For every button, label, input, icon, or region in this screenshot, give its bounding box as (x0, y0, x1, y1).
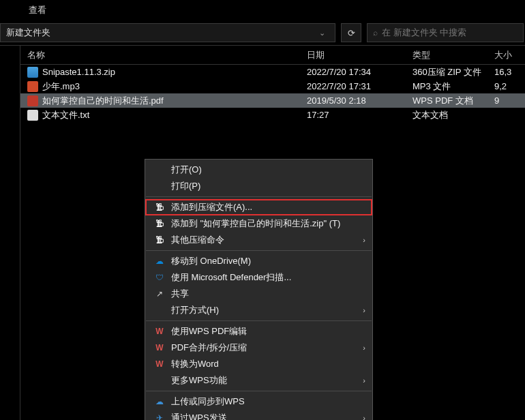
address-bar[interactable]: 新建文件夹 ⌄ (0, 23, 335, 42)
chevron-right-icon: › (363, 236, 365, 244)
context-menu: 打开(O) 打印(P) 🗜添加到压缩文件(A)... 🗜添加到 "如何掌控自己的… (145, 159, 373, 420)
sidebar (0, 46, 20, 420)
archive-icon: 🗜 (153, 235, 166, 245)
header-date[interactable]: 日期 (307, 49, 412, 61)
menu-print[interactable]: 打印(P) (145, 178, 372, 194)
archive-icon: 🗜 (153, 202, 166, 213)
file-type: MP3 文件 (412, 80, 494, 93)
file-icon (27, 67, 38, 78)
toolbar: 新建文件夹 ⌄ ⟳ ⌕ 在 新建文件夹 中搜索 (0, 20, 525, 46)
file-row[interactable]: 如何掌控自己的时间和生活.pdf2019/5/30 2:18WPS PDF 文档… (20, 93, 525, 108)
header-name[interactable]: 名称 (20, 49, 307, 61)
file-icon (27, 110, 38, 121)
file-type: 文本文档 (412, 109, 494, 121)
chevron-right-icon: › (363, 344, 365, 352)
file-icon (27, 81, 38, 92)
file-date: 2019/5/30 2:18 (307, 95, 412, 106)
file-type: 360压缩 ZIP 文件 (412, 66, 494, 78)
file-row[interactable]: 文本文件.txt17:27文本文档 (20, 108, 525, 122)
header-type[interactable]: 类型 (412, 49, 494, 61)
file-name: Snipaste1.11.3.zip (42, 67, 115, 77)
current-folder: 新建文件夹 (5, 27, 314, 39)
search-input[interactable]: ⌕ 在 新建文件夹 中搜索 (367, 23, 524, 42)
search-icon: ⌕ (373, 28, 378, 38)
menu-add-to-archive[interactable]: 🗜添加到压缩文件(A)... (145, 199, 372, 215)
view-menu[interactable]: 查看 (20, 1, 55, 19)
file-size: 9 (494, 95, 525, 106)
chevron-right-icon: › (363, 376, 365, 385)
header-size[interactable]: 大小 (494, 49, 525, 61)
menu-separator (146, 250, 372, 251)
menu-share[interactable]: ↗共享 (145, 286, 372, 302)
file-row[interactable]: Snipaste1.11.3.zip2022/7/20 17:34360压缩 Z… (20, 65, 525, 79)
menu-open-with[interactable]: 打开方式(H)› (145, 302, 372, 318)
cloud-icon: ☁ (153, 396, 166, 407)
wps-icon: W (153, 326, 166, 337)
menu-add-named-zip[interactable]: 🗜添加到 "如何掌控自己的时间和生活.zip" (T) (145, 215, 372, 232)
refresh-icon: ⟳ (348, 28, 355, 38)
file-list-area: 名称 日期 类型 大小 Snipaste1.11.3.zip2022/7/20 … (20, 46, 525, 420)
menu-defender[interactable]: 🛡使用 Microsoft Defender扫描... (145, 269, 372, 286)
column-headers: 名称 日期 类型 大小 (20, 46, 525, 65)
refresh-button[interactable]: ⟳ (341, 23, 361, 42)
menu-sync-wps[interactable]: ☁上传或同步到WPS (145, 393, 372, 410)
chevron-right-icon: › (363, 414, 365, 420)
onedrive-icon: ☁ (153, 256, 166, 267)
menu-wps-edit[interactable]: W使用WPS PDF编辑 (145, 323, 372, 340)
menu-other-zip[interactable]: 🗜其他压缩命令› (145, 232, 372, 248)
file-size: 9,2 (494, 81, 525, 91)
send-icon: ✈ (153, 412, 166, 420)
shield-icon: 🛡 (153, 272, 166, 283)
chevron-down-icon[interactable]: ⌄ (314, 29, 331, 38)
menu-open[interactable]: 打开(O) (145, 162, 372, 178)
chevron-right-icon: › (363, 306, 365, 314)
menu-more-wps[interactable]: 更多WPS功能› (145, 372, 372, 389)
file-name: 文本文件.txt (42, 109, 89, 121)
file-name: 少年.mp3 (42, 80, 80, 93)
search-placeholder: 在 新建文件夹 中搜索 (382, 27, 466, 39)
menu-pdf-merge[interactable]: WPDF合并/拆分/压缩› (145, 340, 372, 356)
menu-separator (146, 391, 372, 391)
menu-onedrive[interactable]: ☁移动到 OneDrive(M) (145, 253, 372, 269)
wps-icon: W (153, 359, 166, 370)
wps-icon: W (153, 342, 166, 353)
file-name: 如何掌控自己的时间和生活.pdf (42, 95, 164, 107)
share-icon: ↗ (153, 288, 166, 299)
archive-icon: 🗜 (153, 218, 166, 229)
file-date: 17:27 (307, 110, 412, 120)
menu-separator (146, 196, 372, 197)
top-menu-bar: 查看 (0, 0, 525, 20)
file-date: 2022/7/20 17:31 (307, 81, 412, 91)
menu-to-word[interactable]: W转换为Word (145, 356, 372, 372)
file-date: 2022/7/20 17:34 (307, 67, 412, 77)
file-icon (27, 95, 38, 106)
menu-send-wps[interactable]: ✈通过WPS发送› (145, 410, 372, 420)
file-row[interactable]: 少年.mp32022/7/20 17:31MP3 文件9,2 (20, 79, 525, 93)
menu-separator (146, 320, 372, 321)
file-size: 16,3 (494, 67, 525, 77)
file-type: WPS PDF 文档 (412, 95, 494, 107)
